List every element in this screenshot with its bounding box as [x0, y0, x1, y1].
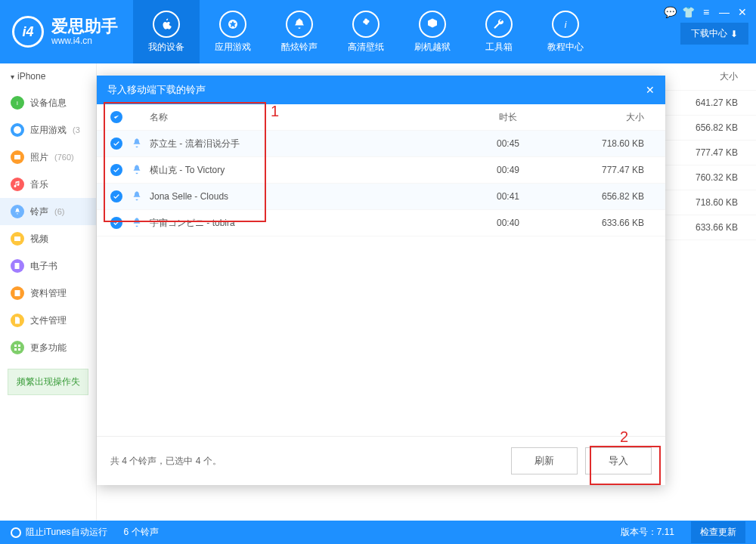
select-all-checkbox[interactable] [110, 111, 122, 123]
ringtone-duration: 00:49 [455, 165, 561, 175]
nav-label: 应用游戏 [215, 41, 251, 54]
chevron-down-icon: ▾ [11, 73, 14, 81]
sidebar-item-label: 设备信息 [30, 97, 67, 110]
ringtone-name: 苏立生 - 流着泪说分手 [150, 138, 455, 150]
ringtone-icon [130, 190, 144, 203]
apps-icon [11, 123, 24, 137]
block-itunes-toggle[interactable]: 阻止iTunes自动运行 [11, 526, 107, 539]
top-header: i4 爱思助手 www.i4.cn 我的设备 应用游戏 酷炫铃声 高清壁纸 刷机… [0, 0, 756, 63]
sidebar-item-ebooks[interactable]: 电子书 [0, 252, 96, 280]
dialog-title: 导入移动端下载的铃声 [107, 83, 206, 97]
ringtone-count: 6 个铃声 [124, 526, 159, 539]
table-row[interactable]: 宇宙コンビニ - tobira 00:40 633.66 KB [97, 210, 665, 236]
file-icon [11, 314, 24, 327]
book-icon [11, 259, 24, 273]
nav-flash[interactable]: 刷机越狱 [399, 0, 466, 63]
ringtone-size: 656.82 KB [561, 191, 652, 202]
sidebar-item-music[interactable]: 音乐 [0, 171, 96, 198]
row-checkbox[interactable] [110, 217, 122, 229]
close-icon[interactable]: ✕ [736, 6, 748, 18]
status-bar: 阻止iTunes自动运行 6 个铃声 版本号：7.11 检查更新 [0, 521, 756, 544]
svg-rect-9 [14, 348, 17, 351]
nav-label: 酷炫铃声 [281, 41, 318, 54]
skin-icon[interactable]: 👕 [682, 6, 694, 18]
size-cell: 718.60 KB [670, 197, 738, 208]
ringtone-duration: 00:41 [455, 191, 561, 202]
dialog-titlebar[interactable]: 导入移动端下载的铃声 ✕ [97, 76, 665, 104]
row-checkbox[interactable] [110, 190, 122, 202]
svg-rect-8 [18, 345, 20, 347]
sidebar-item-label: 电子书 [30, 260, 57, 273]
sidebar-item-videos[interactable]: 视频 [0, 225, 96, 252]
frequent-errors-banner[interactable]: 频繁出现操作失 [8, 369, 88, 395]
col-duration-header[interactable]: 时长 [455, 111, 561, 124]
col-name-header[interactable]: 名称 [150, 111, 455, 124]
ringtone-name: 横山克 - To Victory [150, 164, 455, 177]
app-logo: i4 爱思助手 www.i4.cn [0, 16, 133, 48]
sidebar-item-data-mgmt[interactable]: 资料管理 [0, 280, 96, 307]
ringtone-size: 777.47 KB [561, 165, 652, 175]
info-icon: i [552, 11, 579, 38]
selection-status: 共 4 个铃声，已选中 4 个。 [110, 455, 503, 468]
nav-label: 工具箱 [485, 41, 513, 54]
svg-text:i: i [565, 19, 567, 29]
table-row[interactable]: 横山克 - To Victory 00:49 777.47 KB [97, 157, 665, 184]
row-checkbox[interactable] [110, 164, 122, 176]
window-controls-area: 💬 👕 ≡ — ✕ 下载中心 ⬇ [656, 0, 756, 51]
col-size-header[interactable]: 大小 [561, 111, 652, 124]
nav-label: 刷机越狱 [414, 41, 451, 54]
ringtone-size: 718.60 KB [561, 138, 652, 149]
sidebar-item-label: 音乐 [30, 178, 48, 191]
size-header: 大小 [670, 70, 738, 83]
sidebar-item-ringtones[interactable]: 铃声(6) [0, 198, 96, 225]
ringtone-icon [130, 163, 144, 177]
sidebar: ▾ iPhone i设备信息 应用游戏(3 照片(760) 音乐 铃声(6) 视… [0, 63, 97, 521]
feedback-icon[interactable]: 💬 [664, 6, 676, 18]
nav-my-device[interactable]: 我的设备 [133, 0, 200, 63]
sidebar-item-label: 铃声 [30, 206, 48, 218]
nav-label: 教程中心 [547, 41, 584, 54]
sidebar-item-label: 资料管理 [30, 287, 67, 300]
sidebar-item-label: 视频 [30, 233, 48, 246]
svg-rect-5 [14, 236, 20, 241]
nav-tools[interactable]: 工具箱 [466, 0, 532, 63]
ringtone-duration: 00:45 [455, 138, 561, 149]
ringtone-icon [130, 137, 144, 150]
ringtone-duration: 00:40 [455, 218, 561, 228]
nav-label: 我的设备 [148, 41, 184, 54]
device-dropdown[interactable]: ▾ iPhone [0, 63, 96, 89]
size-cell: 656.82 KB [670, 122, 738, 133]
ringtones-table: 名称 时长 大小 苏立生 - 流着泪说分手 00:45 718.60 KB 横山… [97, 104, 665, 436]
version-label: 版本号：7.11 [621, 526, 674, 539]
svg-rect-7 [14, 345, 17, 347]
refresh-button[interactable]: 刷新 [511, 447, 578, 474]
nav-wallpapers[interactable]: 高清壁纸 [333, 0, 399, 63]
dialog-close-icon[interactable]: ✕ [646, 84, 655, 96]
logo-subtitle: www.i4.cn [51, 36, 118, 46]
check-update-button[interactable]: 检查更新 [691, 521, 745, 543]
download-center-button[interactable]: 下载中心 ⬇ [680, 23, 748, 45]
sidebar-item-file-mgmt[interactable]: 文件管理 [0, 307, 96, 334]
import-button[interactable]: 导入 [585, 447, 652, 474]
nav-tutorials[interactable]: i 教程中心 [532, 0, 599, 63]
logo-title: 爱思助手 [51, 17, 118, 36]
nav-apps[interactable]: 应用游戏 [200, 0, 266, 63]
row-checkbox[interactable] [110, 138, 122, 150]
sidebar-item-label: 应用游戏 [30, 124, 67, 137]
bell-icon [286, 11, 313, 38]
nav-ringtones[interactable]: 酷炫铃声 [266, 0, 333, 63]
svg-rect-6 [15, 290, 20, 296]
sidebar-item-device-info[interactable]: i设备信息 [0, 89, 96, 116]
device-name: iPhone [17, 71, 45, 82]
sidebar-item-photos[interactable]: 照片(760) [0, 144, 96, 171]
apple-icon [153, 11, 180, 38]
menu-icon[interactable]: ≡ [700, 6, 712, 18]
svg-rect-4 [14, 155, 20, 159]
size-cell: 760.32 KB [670, 172, 738, 183]
minimize-icon[interactable]: — [718, 6, 730, 18]
table-row[interactable]: 苏立生 - 流着泪说分手 00:45 718.60 KB [97, 131, 665, 157]
sidebar-item-apps[interactable]: 应用游戏(3 [0, 116, 96, 144]
dialog-footer: 共 4 个铃声，已选中 4 个。 刷新 导入 [97, 436, 665, 485]
sidebar-item-more[interactable]: 更多功能 [0, 334, 96, 361]
table-row[interactable]: Jona Selle - Clouds 00:41 656.82 KB [97, 184, 665, 210]
